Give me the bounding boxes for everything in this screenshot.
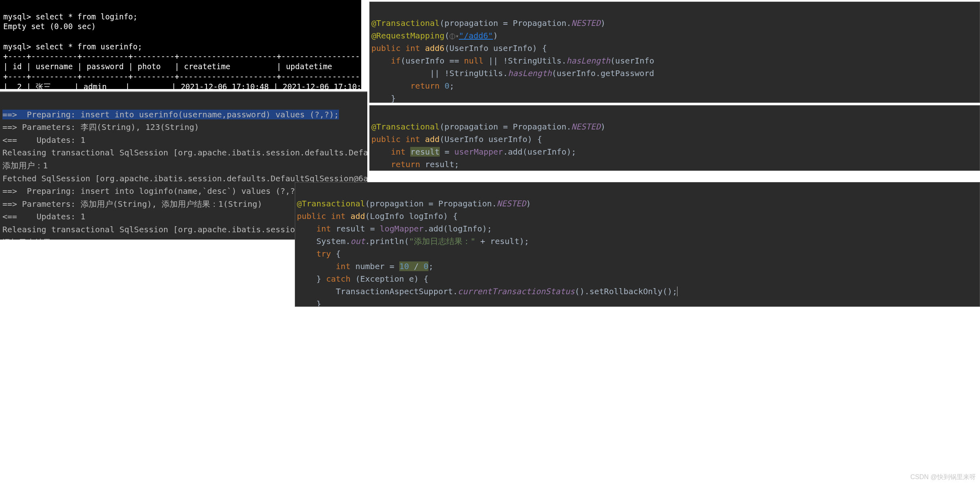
log-line: Releasing transactional SqlSession [org.… — [2, 148, 367, 157]
chevron-down-icon: ▾ — [456, 33, 459, 39]
sql-query-2: select * from userinfo; — [36, 42, 142, 51]
mysql-prompt: mysql> — [3, 12, 31, 21]
code-editor-add6[interactable]: @Transactional(propagation = Propagation… — [369, 2, 980, 103]
log-line: ==> Preparing: insert into userinfo(user… — [2, 110, 339, 119]
log-line: ==> Preparing: insert into loginfo(name,… — [2, 186, 300, 196]
log-line: 添加日志结果：1 — [2, 238, 64, 240]
log-line: <== Updates: 1 — [2, 212, 85, 221]
log-line: <== Updates: 1 — [2, 135, 85, 145]
log-line: Releasing transactional SqlSession [org.… — [2, 225, 305, 234]
sql-query-1: select * from loginfo; — [36, 12, 138, 21]
mysql-prompt: mysql> — [3, 42, 31, 51]
log-line: 添加用户：1 — [2, 161, 48, 170]
code-editor-add-user[interactable]: @Transactional(propagation = Propagation… — [369, 105, 980, 171]
mysql-empty-set: Empty set (0.00 sec) — [3, 22, 96, 31]
globe-icon — [450, 34, 455, 39]
watermark: CSDN @快到锅里来呀 — [910, 473, 976, 482]
log-line: Fetched SqlSession [org.apache.ibatis.se… — [2, 174, 367, 183]
code-editor-add-log[interactable]: @Transactional(propagation = Propagation… — [295, 182, 980, 307]
log-line: ==> Parameters: 添加用户(String), 添加用户结果：1(S… — [2, 199, 262, 209]
log-line: ==> Parameters: 李四(String), 123(String) — [2, 122, 199, 132]
mysql-terminal: mysql> select * from loginfo; Empty set … — [0, 0, 361, 89]
